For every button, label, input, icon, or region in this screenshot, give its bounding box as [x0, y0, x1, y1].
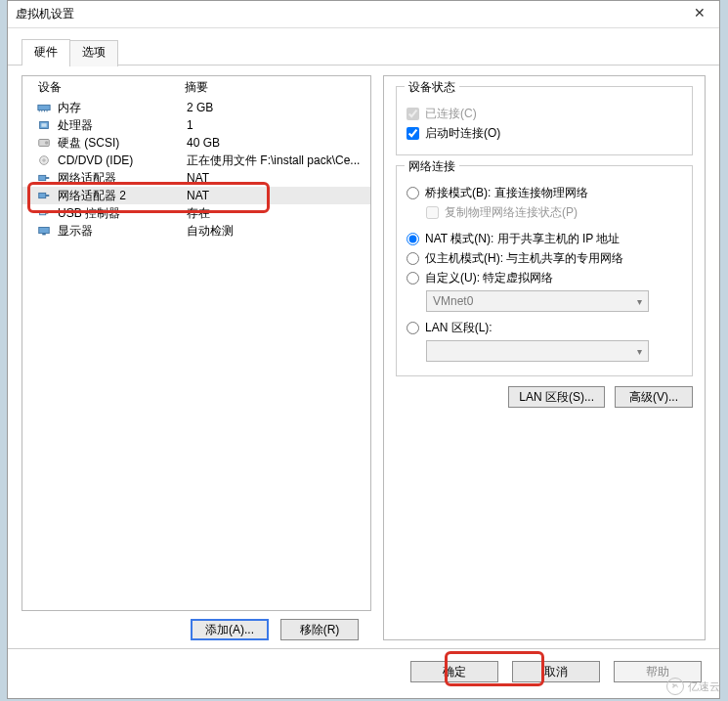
- net-icon: [36, 171, 52, 185]
- connected-checkbox: 已连接(C): [407, 106, 682, 122]
- device-status-group: 设备状态 已连接(C) 启动时连接(O): [396, 86, 693, 155]
- custom-network-value: VMnet0: [433, 294, 473, 308]
- device-row-usb[interactable]: USB 控制器存在: [22, 204, 370, 222]
- svg-point-10: [43, 159, 45, 161]
- device-name: 处理器: [58, 117, 187, 134]
- tabs: 硬件 选项: [8, 28, 719, 66]
- device-name: CD/DVD (IDE): [58, 153, 187, 167]
- close-button[interactable]: ✕: [680, 1, 719, 28]
- disk-icon: [36, 136, 52, 150]
- device-row-cd[interactable]: CD/DVD (IDE)正在使用文件 F:\install pack\Ce...: [22, 152, 370, 169]
- watermark-text: 亿速云: [688, 679, 720, 694]
- watermark-icon: [666, 678, 684, 695]
- device-name: 内存: [58, 100, 187, 116]
- custom-radio[interactable]: 自定义(U): 特定虚拟网络: [407, 270, 682, 286]
- close-icon: ✕: [694, 5, 706, 21]
- svg-rect-11: [39, 175, 46, 180]
- add-button[interactable]: 添加(A)...: [191, 619, 269, 640]
- right-buttons: LAN 区段(S)... 高级(V)...: [396, 386, 693, 408]
- custom-radio-input[interactable]: [407, 272, 419, 285]
- device-list[interactable]: 内存2 GB处理器1硬盘 (SCSI)40 GBCD/DVD (IDE)正在使用…: [22, 99, 370, 610]
- device-summary: 2 GB: [187, 101, 370, 114]
- nat-label: NAT 模式(N): 用于共享主机的 IP 地址: [425, 231, 620, 247]
- bottom-bar: 确定 取消 帮助: [8, 648, 719, 694]
- device-status-legend: 设备状态: [405, 79, 459, 96]
- custom-label: 自定义(U): 特定虚拟网络: [425, 270, 553, 286]
- tab-hardware[interactable]: 硬件: [21, 39, 70, 66]
- remove-button-label: 移除(R): [300, 623, 340, 636]
- svg-rect-0: [38, 105, 50, 110]
- bridged-label: 桥接模式(B): 直接连接物理网络: [425, 185, 588, 201]
- col-device: 设备: [38, 79, 185, 96]
- cpu-icon: [36, 118, 52, 132]
- lan-segments-button[interactable]: LAN 区段(S)...: [508, 386, 605, 408]
- titlebar: 虚拟机设置 ✕: [8, 1, 719, 28]
- window-title: 虚拟机设置: [16, 6, 680, 22]
- device-summary: 1: [187, 118, 370, 132]
- device-name: 网络适配器 2: [58, 188, 187, 204]
- svg-rect-18: [42, 234, 46, 236]
- device-row-disk[interactable]: 硬盘 (SCSI)40 GB: [22, 134, 370, 152]
- svg-rect-16: [46, 212, 49, 214]
- hostonly-radio-input[interactable]: [407, 252, 419, 265]
- device-list-header: 设备 摘要: [22, 76, 370, 99]
- device-row-cpu[interactable]: 处理器1: [22, 116, 370, 134]
- advanced-button[interactable]: 高级(V)...: [615, 386, 693, 408]
- net-icon: [36, 189, 52, 202]
- replicate-checkbox-input: [426, 206, 439, 219]
- chevron-down-icon: ▾: [637, 346, 642, 357]
- svg-rect-12: [46, 177, 50, 179]
- hostonly-radio[interactable]: 仅主机模式(H): 与主机共享的专用网络: [407, 250, 682, 267]
- custom-network-select: VMnet0 ▾: [426, 290, 649, 312]
- connect-on-power-input[interactable]: [407, 127, 419, 140]
- left-pane: 设备 摘要 内存2 GB处理器1硬盘 (SCSI)40 GBCD/DVD (ID…: [21, 75, 371, 640]
- device-name: USB 控制器: [58, 205, 187, 222]
- lan-segment-radio[interactable]: LAN 区段(L):: [407, 320, 682, 336]
- lan-segments-button-label: LAN 区段(S)...: [519, 390, 594, 404]
- right-pane: 设备状态 已连接(C) 启动时连接(O) 网络连接 桥接模式(B): 直接连接物…: [383, 75, 706, 640]
- svg-rect-15: [40, 211, 46, 215]
- lan-segment-radio-input[interactable]: [407, 322, 419, 334]
- svg-rect-13: [39, 193, 46, 197]
- vm-settings-window: 虚拟机设置 ✕ 硬件 选项 设备 摘要 内存2 GB处理器1硬盘 (SCSI)4…: [7, 0, 720, 699]
- nat-radio-input[interactable]: [407, 233, 419, 245]
- svg-rect-2: [41, 110, 42, 112]
- ok-button[interactable]: 确定: [410, 661, 498, 682]
- device-summary: NAT: [187, 171, 370, 185]
- content-area: 设备 摘要 内存2 GB处理器1硬盘 (SCSI)40 GBCD/DVD (ID…: [8, 66, 719, 648]
- usb-icon: [36, 206, 52, 220]
- network-connection-group: 网络连接 桥接模式(B): 直接连接物理网络 复制物理网络连接状态(P) NAT…: [396, 165, 693, 376]
- bridged-radio-input[interactable]: [407, 187, 419, 199]
- svg-rect-4: [47, 110, 48, 112]
- nat-radio[interactable]: NAT 模式(N): 用于共享主机的 IP 地址: [407, 231, 682, 247]
- svg-rect-3: [44, 110, 45, 112]
- connected-checkbox-input: [407, 108, 419, 120]
- device-name: 硬盘 (SCSI): [58, 135, 187, 152]
- cd-icon: [36, 153, 52, 167]
- left-buttons: 添加(A)... 移除(R): [178, 611, 371, 640]
- lan-segment-select: ▾: [426, 340, 649, 362]
- svg-rect-14: [46, 195, 50, 197]
- device-row-display[interactable]: 显示器自动检测: [22, 222, 370, 240]
- svg-rect-6: [41, 123, 46, 127]
- connected-label: 已连接(C): [425, 106, 477, 122]
- memory-icon: [36, 101, 52, 114]
- advanced-button-label: 高级(V)...: [629, 390, 678, 404]
- replicate-checkbox: 复制物理网络连接状态(P): [426, 204, 682, 221]
- device-row-net-2[interactable]: 网络适配器 2NAT: [22, 187, 370, 204]
- device-summary: 40 GB: [187, 136, 370, 150]
- cancel-button[interactable]: 取消: [512, 661, 600, 682]
- device-row-memory[interactable]: 内存2 GB: [22, 99, 370, 116]
- device-row-net[interactable]: 网络适配器NAT: [22, 169, 370, 187]
- lan-segment-label: LAN 区段(L):: [425, 320, 492, 336]
- bridged-radio[interactable]: 桥接模式(B): 直接连接物理网络: [407, 185, 682, 201]
- tab-options[interactable]: 选项: [69, 40, 118, 66]
- connect-on-power-checkbox[interactable]: 启动时连接(O): [407, 125, 682, 142]
- connect-on-power-label: 启动时连接(O): [425, 125, 500, 142]
- help-button-label: 帮助: [646, 665, 669, 679]
- col-summary: 摘要: [185, 79, 208, 96]
- cancel-button-label: 取消: [544, 665, 568, 679]
- remove-button[interactable]: 移除(R): [280, 619, 359, 640]
- device-name: 显示器: [58, 223, 187, 240]
- chevron-down-icon: ▾: [637, 296, 642, 307]
